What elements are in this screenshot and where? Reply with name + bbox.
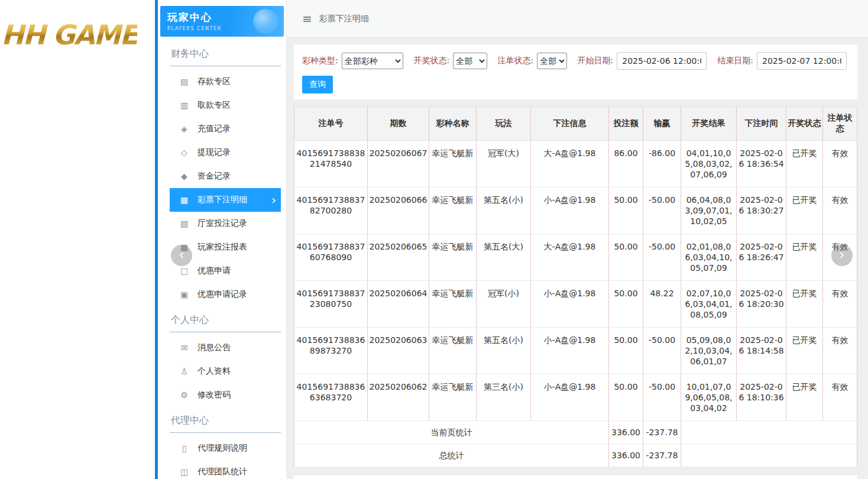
- total-summary-winloss-total: -237.78: [643, 444, 681, 467]
- cell-lottery-name: 幸运飞艇新: [429, 328, 477, 374]
- sidebar-item-label: 消息公告: [197, 342, 231, 353]
- cell-bet-status: 有效: [823, 374, 857, 421]
- promo-apply-record-icon: ▣: [179, 290, 189, 299]
- cell-period: 20250206064: [368, 281, 429, 328]
- hamburger-menu-icon[interactable]: ≡: [302, 12, 312, 26]
- sidebar-item-label: 修改密码: [197, 390, 231, 400]
- cell-play-type: 第五名(小): [477, 187, 531, 234]
- sidebar-item-label: 厅室投注记录: [197, 218, 247, 229]
- start-date-input[interactable]: [617, 52, 707, 70]
- column-header: 彩种名称: [429, 107, 477, 141]
- cell-draw-result: 02,07,10,06,03,04,01,08,05,09: [681, 281, 737, 328]
- cell-bet-id: 401569173883663683720: [294, 374, 368, 421]
- cell-bet-amount: 50.00: [609, 328, 643, 374]
- cell-draw-status: 已开奖: [786, 281, 823, 328]
- cell-bet-id: 401569173883689873270: [294, 328, 368, 374]
- sidebar-item[interactable]: ◇ 提现记录 ›: [170, 141, 281, 164]
- table-header-row: 注单号期数彩种名称玩法下注信息投注额输赢开奖结果下注时间开奖状态注单状态: [294, 107, 857, 141]
- withdraw-icon: ▥: [179, 101, 189, 110]
- topbar: ≡ 彩票下注明细: [287, 0, 868, 38]
- cell-play-type: 第三名(小): [477, 374, 531, 421]
- lottery-type-select[interactable]: 全部彩种: [342, 53, 403, 69]
- cell-lottery-name: 幸运飞艇新: [429, 281, 477, 328]
- carousel-prev-button[interactable]: ‹: [171, 245, 192, 266]
- sidebar-item[interactable]: ▦ 彩票下注明细 ›: [170, 188, 281, 212]
- chevron-right-icon: ›: [271, 194, 276, 206]
- cell-bet-id: 401569173883821478540: [294, 141, 368, 187]
- column-header: 注单号: [294, 107, 368, 141]
- cell-bet-amount: 50.00: [609, 281, 643, 328]
- cell-bet-time: 2025-02-06 18:10:36: [737, 374, 786, 421]
- sidebar-item-label: 优惠申请记录: [197, 289, 247, 300]
- sidebar-item-label: 存款专区: [197, 76, 231, 87]
- section-personal: 个人中心 ✉ 消息公告 › ♙ 个人资料 ›: [170, 306, 281, 407]
- sidebar-item[interactable]: ▣ 优惠申请记录 ›: [170, 283, 281, 306]
- cell-draw-result: 10,01,07,09,06,05,08,03,04,02: [681, 374, 737, 421]
- sidebar-item[interactable]: ◫ 代理团队统计 ›: [170, 460, 281, 479]
- start-date-label: 开始日期:: [578, 56, 614, 66]
- page-summary-bet-total: 336.00: [609, 421, 643, 444]
- cell-bet-id: 401569173883723080750: [294, 281, 368, 328]
- end-date-label: 结束日期:: [717, 56, 753, 66]
- team-stats-icon: ◫: [179, 467, 189, 477]
- promo-apply-icon: □: [179, 266, 189, 276]
- carousel-next-button[interactable]: ›: [831, 245, 853, 266]
- sidebar-item[interactable]: ▯ 代理规则说明 ›: [170, 436, 281, 460]
- person-icon: ♙: [179, 367, 189, 376]
- section-title-agent: 代理中心: [170, 407, 281, 433]
- deposit-icon: ▤: [179, 77, 189, 86]
- cell-draw-result: 02,01,08,06,03,04,10,05,07,09: [681, 234, 737, 281]
- cell-period: 20250206067: [368, 141, 429, 187]
- total-summary-spacer: [681, 444, 857, 467]
- cell-win-loss: -50.00: [643, 234, 681, 281]
- section-finance: 财务中心 ▤ 存款专区 › ▥ 取款专区 ›: [170, 40, 281, 306]
- bet-status-select[interactable]: 全部: [537, 53, 566, 69]
- table-row: 401569173883723080750 20250206064 幸运飞艇新 …: [294, 281, 857, 328]
- nav-list-finance: ▤ 存款专区 › ▥ 取款专区 › ◈ 充值记录 ›: [170, 70, 281, 306]
- gear-icon: ⚙: [179, 390, 189, 400]
- section-title-finance: 财务中心: [170, 40, 281, 66]
- cell-lottery-name: 幸运飞艇新: [429, 234, 477, 281]
- pagination-bar: 每页显示20条 共6条 首页 上一页 1 下一页 第 页 跳转: [294, 475, 857, 479]
- column-header: 投注额: [609, 107, 643, 141]
- nav-list-personal: ✉ 消息公告 › ♙ 个人资料 › ⚙ 修改密码 ›: [170, 336, 281, 407]
- cell-bet-amount: 50.00: [609, 374, 643, 421]
- chevron-left-icon: ‹: [179, 247, 184, 263]
- cell-draw-status: 已开奖: [786, 234, 823, 281]
- lottery-type-label: 彩种类型:: [302, 56, 338, 66]
- draw-status-select[interactable]: 全部: [453, 53, 487, 69]
- end-date-input[interactable]: [757, 52, 847, 70]
- sidebar-item[interactable]: ◆ 资金记录 ›: [170, 164, 281, 188]
- bet-status-label: 注单状态:: [498, 56, 534, 66]
- cell-win-loss: -50.00: [643, 187, 681, 234]
- sidebar-item[interactable]: ▥ 取款专区 ›: [170, 93, 281, 117]
- cell-bet-status: 有效: [823, 281, 857, 328]
- cell-draw-status: 已开奖: [786, 141, 823, 187]
- cell-bet-info: 小-A盘@1.98: [531, 328, 609, 374]
- cell-draw-result: 05,09,08,02,10,03,04,06,01,07: [681, 328, 737, 374]
- cell-bet-status: 有效: [823, 141, 857, 187]
- sidebar-item[interactable]: ♙ 个人资料 ›: [170, 360, 281, 383]
- sidebar-item[interactable]: ✉ 消息公告 ›: [170, 336, 281, 360]
- sidebar-item[interactable]: ◈ 充值记录 ›: [170, 117, 281, 141]
- sidebar-item[interactable]: ▤ 存款专区 ›: [170, 70, 281, 93]
- sidebar-item-label: 彩票下注明细: [197, 195, 247, 205]
- sidebar-item[interactable]: ▧ 厅室投注记录 ›: [170, 212, 281, 235]
- bet-table-card: 注单号期数彩种名称玩法下注信息投注额输赢开奖结果下注时间开奖状态注单状态 401…: [294, 106, 857, 467]
- hh-game-logo: HH GAME: [1, 19, 137, 51]
- withdrawal-record-icon: ◇: [179, 148, 189, 157]
- cell-play-type: 第五名(小): [477, 328, 531, 374]
- column-header: 输赢: [643, 107, 681, 141]
- sidebar-item-label: 优惠申请: [197, 266, 231, 276]
- column-header: 开奖状态: [786, 107, 823, 141]
- cell-draw-status: 已开奖: [786, 328, 823, 374]
- cell-play-type: 第五名(大): [477, 234, 531, 281]
- sidebar-item[interactable]: ⚙ 修改密码 ›: [170, 383, 281, 407]
- cell-period: 20250206063: [368, 328, 429, 374]
- recharge-record-icon: ◈: [179, 124, 189, 134]
- sidebar-item-label: 代理团队统计: [197, 467, 247, 477]
- cell-bet-info: 大-A盘@1.98: [531, 141, 609, 187]
- column-header: 下注信息: [531, 107, 609, 141]
- query-button[interactable]: 查询: [302, 76, 333, 93]
- cell-bet-amount: 50.00: [609, 187, 643, 234]
